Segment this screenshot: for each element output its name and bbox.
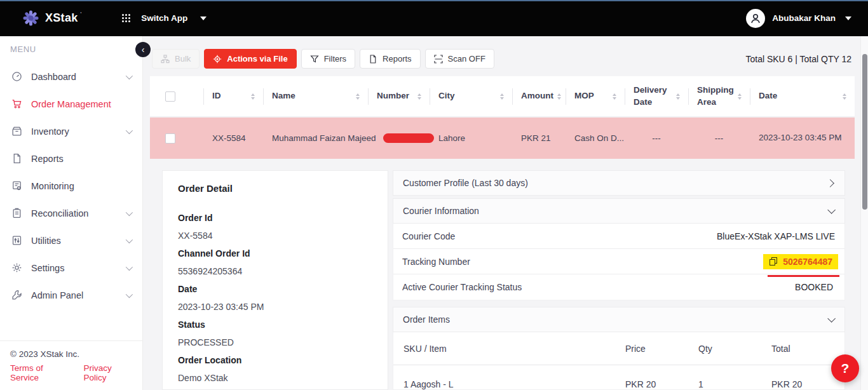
chevron-down-icon [827,206,836,214]
order-items-table: SKU / Item Price Qty Total 1 Aagosh - L … [393,332,845,390]
sidebar-collapse-button[interactable]: ‹ [135,42,151,57]
sort-icon[interactable] [843,93,846,100]
chevron-down-icon [126,126,133,133]
app-grid-icon [121,13,131,23]
sort-icon[interactable] [738,93,742,100]
reports-button[interactable]: Reports [360,49,421,69]
red-underline-annotation [768,275,839,278]
accordion-customer-profile[interactable]: Customer Profile (Last 30 days) [393,170,845,196]
tracking-number-highlight[interactable]: 5026764487 [763,254,838,269]
accordion-order-items[interactable]: Order Items [393,307,845,332]
gear-icon [11,262,22,273]
toolbar: Bulk Actions via File Filters Reports Sc… [152,49,851,69]
actions-via-file-button[interactable]: Actions via File [204,49,296,69]
column-header-shipping-area[interactable]: Shipping Area [688,76,750,116]
scrollbar-thumb[interactable] [862,54,867,210]
document-icon [369,55,377,64]
chevron-down-icon [126,290,133,297]
chevron-down-icon [126,236,133,243]
target-icon [213,55,222,64]
top-bar: XStak ' Switch App Abubakar Khan [0,0,868,36]
clipboard-icon [11,208,22,219]
brand-logo[interactable]: XStak ' [22,10,85,27]
chevron-down-icon [827,314,836,323]
sidebar-item-order-management[interactable]: Order Management [0,90,142,118]
select-all-checkbox[interactable] [165,91,175,102]
column-header-id[interactable]: ID [203,76,263,116]
tracking-number-value[interactable]: 5026764487 [783,257,832,267]
sort-icon[interactable] [613,93,616,100]
filters-button[interactable]: Filters [301,49,355,69]
column-header-name[interactable]: Name [263,76,368,116]
funnel-icon [310,55,319,64]
sidebar-nav: Dashboard Order Management Inventory Rep… [0,58,142,309]
column-header-amount[interactable]: Amount [512,76,566,116]
sidebar-item-admin-panel[interactable]: Admin Panel [0,281,142,309]
column-header-number[interactable]: Number [368,76,430,116]
accordion-courier-information[interactable]: Courier Information [393,198,845,224]
sitemap-icon [161,55,170,64]
sort-icon[interactable] [356,93,360,100]
privacy-policy-link[interactable]: Privacy Policy [84,363,132,382]
switch-app-label: Switch App [141,13,187,23]
order-name-cell: Muhammad Faizan Majeed [263,133,368,143]
user-menu[interactable]: Abubakar Khan [746,9,851,28]
sidebar-item-settings[interactable]: Settings [0,254,142,281]
main-content: Bulk Actions via File Filters Reports Sc… [143,36,868,390]
tracking-status-row: Active Courier Tracking Status BOOKED [393,274,844,300]
chevron-right-icon [826,179,834,187]
sidebar-item-utilities[interactable]: Utilities [0,227,142,254]
order-date-cell: 2023-10-23 03:45 PM [750,131,855,145]
chevron-down-icon [845,17,851,20]
brand-name: XStak [45,11,78,25]
brand-trademark: ' [81,11,82,17]
chevron-down-icon [126,208,133,215]
sort-icon[interactable] [417,93,421,100]
cart-icon [11,98,22,109]
copy-icon[interactable] [770,257,777,266]
redacted-number-bar [383,133,434,143]
gauge-icon [11,71,22,82]
order-row-selected[interactable]: XX-5584 Muhammad Faizan Majeed Lahore PK… [150,118,855,159]
user-avatar [746,9,765,28]
sort-icon[interactable] [557,93,561,100]
vertical-scrollbar[interactable] [860,36,868,390]
copyright-text: © 2023 XStak Inc. [10,349,132,359]
switch-app-menu[interactable]: Switch App [121,13,207,23]
order-detail-card: Order Detail Order Id XX-5584 Channel Or… [162,170,388,390]
help-button[interactable]: ? [831,354,859,382]
terms-of-service-link[interactable]: Terms of Service [10,363,69,382]
courier-code-row: Courier Code BlueEx-XStak XAP-LMS LIVE [393,224,844,249]
sidebar-item-inventory[interactable]: Inventory [0,118,142,145]
menu-section-label: MENU [0,36,142,58]
sidebar-item-dashboard[interactable]: Dashboard [0,63,142,90]
scan-toggle-button[interactable]: Scan OFF [425,49,494,69]
sort-icon[interactable] [500,93,504,100]
sidebar: MENU Dashboard Order Management Inventor… [0,36,143,390]
sidebar-footer: © 2023 XStak Inc. Terms of Service Priva… [0,340,142,390]
tracking-number-row: Tracking Number 5026764487 [393,249,844,274]
order-id-cell: XX-5584 [203,133,263,143]
sidebar-item-reports[interactable]: Reports [0,145,142,172]
sidebar-item-monitoring[interactable]: Monitoring [0,172,142,199]
order-city-cell: Lahore [430,133,512,143]
order-number-cell [368,133,430,143]
row-checkbox[interactable] [165,133,175,144]
orders-table-header: ID Name Number City Amount MOP Delivery … [150,76,855,118]
bulk-button[interactable]: Bulk [152,49,200,69]
order-item-row: 1 Aagosh - L PKR 20 1 PKR 20 [393,365,844,389]
user-name: Abubakar Khan [772,13,836,23]
column-header-city[interactable]: City [430,76,512,116]
sort-icon[interactable] [251,93,255,100]
column-header-mop[interactable]: MOP [566,76,625,116]
column-header-date[interactable]: Date [750,76,855,116]
totals-summary: Total SKU 6 | Total QTY 12 [745,54,851,64]
order-detail-title: Order Detail [178,180,372,198]
sidebar-item-reconciliation[interactable]: Reconciliation [0,199,142,227]
scan-icon [434,55,443,64]
column-header-delivery-date[interactable]: Delivery Date [625,76,688,116]
order-items-header: SKU / Item Price Qty Total [393,332,844,365]
sort-icon[interactable] [676,93,680,100]
order-mop-cell: Cash On D... [566,133,625,143]
xstak-logo-icon [22,10,39,27]
